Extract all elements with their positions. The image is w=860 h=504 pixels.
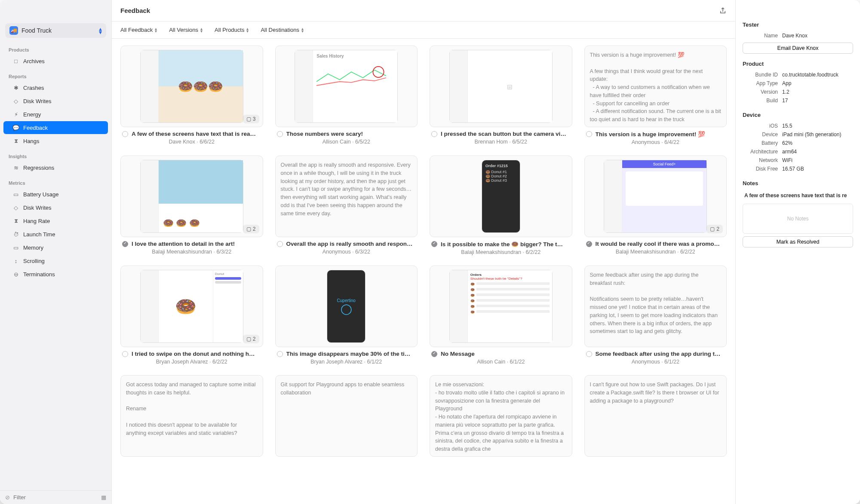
titlebar: Feedback (112, 0, 735, 21)
filter-all-destinations[interactable]: All Destinations▴▾ (261, 27, 304, 33)
screenshot-count-badge: ▢ 2 (243, 335, 259, 343)
feedback-card[interactable]: Le mie osservazioni: - ho trovato molto … (430, 375, 572, 457)
feedback-title: I tried to swipe on the donut and nothin… (132, 351, 255, 357)
app-switcher[interactable]: 🚚 Food Truck ▴▾ (5, 23, 106, 38)
feedback-meta: Anonymous · 6/1/22 (584, 358, 727, 365)
sidebar-toggle-icon[interactable]: ▦ (101, 494, 106, 501)
feedback-thumbnail: 🍩 🍩 🍩▢ 2 (120, 156, 263, 237)
sidebar-item-terminations[interactable]: ⊖Terminations (3, 268, 108, 281)
status-resolved-icon (122, 241, 128, 247)
scroll-icon: ↕ (12, 257, 20, 265)
share-icon[interactable] (719, 7, 727, 15)
stack-icon: ▢ (246, 336, 251, 342)
chevron-up-down-icon: ▴▾ (301, 27, 304, 33)
feedback-thumbnail: ⧆ (430, 46, 572, 127)
chevron-up-down-icon: ▴▾ (99, 27, 102, 34)
feedback-title: A few of these screens have text that is… (132, 131, 256, 137)
sidebar-item-battery-usage[interactable]: ▭Battery Usage (3, 188, 108, 201)
screenshot-count-badge: ▢ 2 (243, 225, 259, 233)
feedback-thumbnail: 🍩Donut▢ 2 (120, 266, 263, 347)
memory-icon: ▭ (12, 244, 20, 251)
sidebar-item-disk-writes[interactable]: ◇Disk Writes (3, 201, 108, 214)
feedback-card[interactable]: Overall the app is really smooth and res… (275, 156, 418, 255)
chevron-up-down-icon: ▴▾ (200, 27, 203, 33)
sidebar-item-crashes[interactable]: ✱Crashes (3, 81, 108, 94)
sidebar-item-label: Hang Rate (23, 218, 50, 224)
feedback-card[interactable]: Some feedback after using the app during… (584, 266, 727, 365)
name-label: Name (743, 33, 782, 39)
status-resolved-icon (431, 241, 437, 247)
status-open-icon (431, 131, 437, 137)
feedback-card[interactable]: ⧆I pressed the scan button but the camer… (430, 46, 572, 145)
section-label: Metrics (0, 174, 111, 187)
feedback-thumbnail: Some feedback after using the app during… (584, 266, 727, 347)
feedback-meta: Dave Knox · 6/6/22 (120, 138, 263, 145)
archive-icon: □ (12, 57, 20, 65)
feedback-thumbnail: Cupertino◯ (275, 266, 418, 347)
sidebar-item-label: Regressions (23, 165, 54, 171)
section-label: Products (0, 41, 111, 54)
sidebar-item-hang-rate[interactable]: ⧗Hang Rate (3, 214, 108, 227)
hourglass-icon: ⧗ (12, 217, 20, 225)
sidebar-item-disk-writes[interactable]: ◇Disk Writes (3, 95, 108, 107)
feedback-card[interactable]: 🍩Donut▢ 2I tried to swipe on the donut a… (120, 266, 263, 365)
device-heading: Device (743, 112, 853, 118)
status-open-icon (122, 131, 128, 137)
feedback-title: Overall the app is really smooth and res… (286, 241, 413, 247)
feedback-card[interactable]: This version is a huge improvement! 💯 A … (584, 46, 727, 145)
sidebar-item-label: Scrolling (23, 258, 45, 264)
sidebar: 🚚 Food Truck ▴▾ Products□ArchivesReports… (0, 0, 112, 504)
feedback-meta: Allison Cain · 6/1/22 (430, 358, 572, 365)
sidebar-item-hangs[interactable]: ⧗Hangs (3, 134, 108, 147)
notes-box[interactable]: No Notes (743, 204, 853, 234)
launch-icon: ⏱ (12, 230, 20, 238)
status-open-icon (277, 351, 283, 357)
feedback-meta: Balaji Meenakshisundran · 6/3/22 (120, 248, 263, 255)
sidebar-item-archives[interactable]: □Archives (3, 55, 108, 67)
sidebar-item-scrolling[interactable]: ↕Scrolling (3, 254, 108, 267)
feedback-card[interactable]: Order #1215🍩 Donut #1🍩 Donut #2🍩 Donut #… (430, 156, 572, 255)
feedback-thumbnail: Got access today and managed to capture … (120, 375, 263, 457)
screenshot-count-badge: ▢ 2 (706, 225, 723, 233)
sidebar-item-label: Disk Writes (23, 205, 51, 211)
feedback-meta: Brennan Hom · 6/5/22 (430, 138, 572, 145)
feedback-card[interactable]: 🍩🍩🍩▢ 3A few of these screens have text t… (120, 46, 263, 145)
section-label: Insights (0, 148, 111, 161)
sidebar-item-label: Archives (23, 58, 45, 64)
feedback-meta: Bryan Joseph Alvarez · 6/1/22 (275, 358, 418, 365)
feedback-title: Some feedback after using the app during… (596, 351, 721, 357)
feedback-card[interactable]: Sales HistoryThose numbers were scary!Al… (275, 46, 418, 145)
filter-all-products[interactable]: All Products▴▾ (215, 27, 249, 33)
filter-all-feedback[interactable]: All Feedback▴▾ (120, 27, 157, 33)
sidebar-item-label: Memory (23, 244, 43, 251)
sidebar-item-launch-time[interactable]: ⏱Launch Time (3, 228, 108, 241)
filter-all-versions[interactable]: All Versions▴▾ (169, 27, 203, 33)
energy-icon: ⚡︎ (12, 110, 20, 118)
filter-input[interactable] (13, 494, 98, 501)
feedback-card[interactable]: 🍩 🍩 🍩▢ 2I love the attention to detail i… (120, 156, 263, 255)
feedback-card[interactable]: I can't figure out how to use Swift pack… (584, 375, 727, 457)
app-icon: 🚚 (9, 26, 18, 35)
sidebar-item-memory[interactable]: ▭Memory (3, 241, 108, 254)
stack-icon: ▢ (710, 226, 715, 232)
sidebar-item-label: Crashes (23, 85, 44, 91)
feedback-thumbnail: Git support for Playground apps to enabl… (275, 375, 418, 457)
feedback-card[interactable]: Git support for Playground apps to enabl… (275, 375, 418, 457)
feedback-card[interactable]: Cupertino◯This image disappears maybe 30… (275, 266, 418, 365)
sidebar-item-energy[interactable]: ⚡︎Energy (3, 108, 108, 121)
mark-resolved-button[interactable]: Mark as Resolved (743, 236, 853, 247)
feedback-card[interactable]: Social Feed+▢ 2It would be really cool i… (584, 156, 727, 255)
feedback-title: It would be really cool if there was a p… (596, 241, 720, 247)
feedback-card[interactable]: Got access today and managed to capture … (120, 375, 263, 457)
status-resolved-icon (431, 351, 437, 357)
sidebar-item-regressions[interactable]: ≋Regressions (3, 161, 108, 174)
sidebar-item-feedback[interactable]: 💬Feedback (3, 121, 108, 134)
sidebar-item-label: Energy (23, 111, 41, 118)
status-resolved-icon (586, 241, 592, 247)
email-tester-button[interactable]: Email Dave Knox (743, 43, 853, 54)
hangs-icon: ⧗ (12, 137, 20, 145)
disk-icon: ◇ (12, 97, 20, 105)
feedback-thumbnail: Le mie osservazioni: - ho trovato molto … (430, 375, 572, 457)
sidebar-item-label: Disk Writes (23, 98, 51, 104)
feedback-card[interactable]: OrdersShouldn't these both be "Details"?… (430, 266, 572, 365)
